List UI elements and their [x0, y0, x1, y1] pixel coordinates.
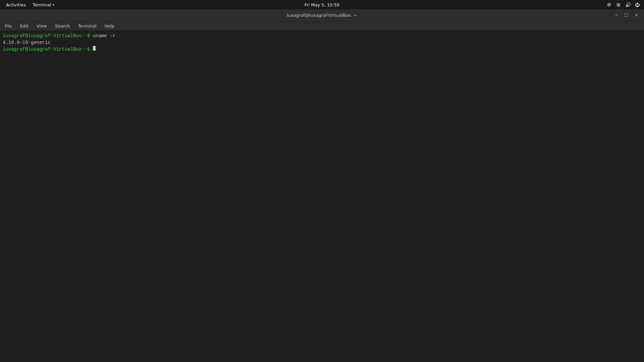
menu-file[interactable]: File — [1, 23, 15, 29]
terminal-app-menu[interactable]: Terminal ▾ — [31, 2, 56, 8]
menu-terminal[interactable]: Terminal — [74, 23, 100, 29]
menu-view[interactable]: View — [33, 23, 50, 29]
activities-button[interactable]: Activities — [4, 2, 28, 8]
close-button[interactable]: × — [633, 12, 640, 19]
terminal-content[interactable]: luxagraf@luxagraf-VirtualBox:~$ uname -r… — [0, 31, 644, 362]
terminal-titlebar: luxagraf@luxagraf-VirtualBox: ~ − □ × — [0, 9, 644, 21]
network-icon[interactable]: ⊞ — [616, 2, 621, 7]
output-1: 4.10.0-19-generic — [3, 40, 51, 46]
menu-help[interactable]: Help — [101, 23, 118, 29]
window-controls: − □ × — [613, 12, 640, 19]
volume-icon[interactable]: 🔊 — [625, 2, 631, 7]
system-datetime: Fri May 5, 10:50 — [305, 2, 340, 7]
settings-icon[interactable]: ⚙ — [606, 2, 612, 7]
system-bar: Activities Terminal ▾ Fri May 5, 10:50 ⚙… — [0, 0, 644, 9]
terminal-cursor — [93, 46, 96, 51]
prompt-1: luxagraf@luxagraf-VirtualBox:~$ — [3, 33, 93, 40]
system-bar-left: Activities Terminal ▾ — [4, 2, 56, 8]
prompt-2: luxagraf@luxagraf-VirtualBox:~$ — [3, 46, 93, 53]
maximize-button[interactable]: □ — [623, 12, 630, 19]
terminal-window: luxagraf@luxagraf-VirtualBox: ~ − □ × Fi… — [0, 9, 644, 362]
terminal-app-label: Terminal — [33, 2, 51, 7]
terminal-line-3: luxagraf@luxagraf-VirtualBox:~$ — [3, 46, 641, 53]
menu-edit[interactable]: Edit — [17, 23, 32, 29]
terminal-line-2: 4.10.0-19-generic — [3, 40, 641, 46]
command-1: uname -r — [93, 33, 115, 40]
power-icon[interactable]: ⏻ — [635, 2, 640, 7]
menu-search[interactable]: Search — [52, 23, 73, 29]
terminal-window-title: luxagraf@luxagraf-VirtualBox: ~ — [287, 13, 357, 18]
minimize-button[interactable]: − — [613, 12, 620, 19]
chevron-down-icon: ▾ — [52, 3, 54, 7]
terminal-line-1: luxagraf@luxagraf-VirtualBox:~$ uname -r — [3, 33, 641, 40]
system-tray: ⚙ ⊞ 🔊 ⏻ — [606, 2, 640, 7]
terminal-menubar: File Edit View Search Terminal Help — [0, 21, 644, 31]
